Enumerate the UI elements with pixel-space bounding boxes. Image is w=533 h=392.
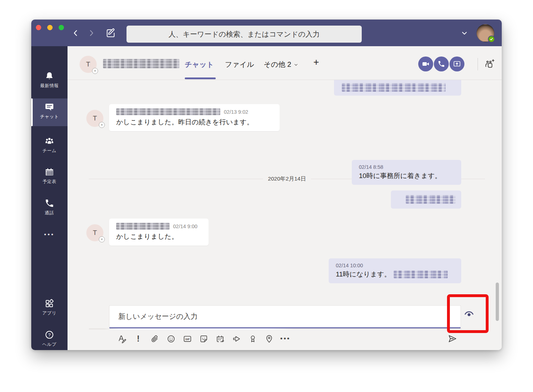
teams-window: 人、キーワードの検索、またはコマンドの入力 最新情報 チャット <box>31 20 502 350</box>
emoji-button[interactable] <box>163 333 179 345</box>
active-tab-indicator <box>185 77 216 79</box>
compose-toolbar: ! GIF <box>114 333 294 345</box>
send-icon <box>447 334 457 344</box>
send-button[interactable] <box>445 333 460 345</box>
chevron-right-icon <box>87 29 96 37</box>
sidebar-label: ヘルプ <box>42 342 56 348</box>
message-list[interactable]: T × 02/13 9:02 かしこまりました。昨日の続きを行います。 2020… <box>68 80 502 297</box>
message-time: 02/14 8:58 <box>359 164 383 170</box>
sidebar-item-chat[interactable]: チャット <box>31 98 68 126</box>
message-bubble: 02/14 10:00 11時になります。 <box>329 258 461 283</box>
svg-text:?: ? <box>48 332 50 338</box>
contact-avatar[interactable]: T × <box>86 110 103 127</box>
schedule-meeting-button[interactable] <box>212 333 228 345</box>
add-tab-button[interactable]: + <box>313 57 319 68</box>
message-input-placeholder: 新しいメッセージの入力 <box>118 312 198 321</box>
sender-name-redacted <box>116 223 169 230</box>
praise-button[interactable] <box>244 333 261 345</box>
sidebar-label: チーム <box>42 148 56 154</box>
sidebar-label: チャット <box>40 114 59 120</box>
phone-icon <box>44 198 54 208</box>
tab-files[interactable]: ファイル <box>225 60 254 69</box>
sidebar-item-calendar[interactable]: 予定表 <box>31 163 68 185</box>
message-time: 02/14 10:00 <box>336 263 363 268</box>
sidebar-item-teams[interactable]: チーム <box>31 133 68 154</box>
redacted-text <box>394 270 448 278</box>
emoji-icon <box>167 334 176 343</box>
macos-close-button[interactable] <box>36 25 41 30</box>
chevron-left-icon <box>71 29 80 37</box>
chat-scrollbar[interactable] <box>496 283 499 321</box>
chat-main: T × チャット ファイル その他 2 + <box>68 46 502 350</box>
audio-call-button[interactable] <box>434 57 449 71</box>
message-input[interactable]: 新しいメッセージの入力 <box>109 305 461 328</box>
message-bubble-redacted <box>334 80 461 96</box>
sender-name-redacted <box>116 108 220 115</box>
sidebar-item-apps[interactable]: アプリ <box>31 295 68 316</box>
screen-share-button[interactable] <box>449 57 464 71</box>
macos-minimize-button[interactable] <box>47 25 53 30</box>
app-rail: 最新情報 チャット チーム <box>31 46 68 350</box>
apps-icon <box>44 299 54 308</box>
message-text: かしこまりました。昨日の続きを行います。 <box>116 118 273 127</box>
check-icon <box>490 37 493 41</box>
blocked-status-icon: × <box>99 236 105 242</box>
sidebar-label: 最新情報 <box>40 83 59 89</box>
svg-text:GIF: GIF <box>185 338 190 341</box>
help-icon: ? <box>44 330 54 340</box>
more-options-button[interactable]: ••• <box>277 333 294 345</box>
chat-header: T × チャット ファイル その他 2 + <box>68 46 502 80</box>
location-button[interactable] <box>261 333 277 345</box>
attach-button[interactable] <box>146 333 163 345</box>
giphy-button[interactable]: GIF <box>179 333 195 345</box>
macos-zoom-button[interactable] <box>59 25 64 30</box>
sidebar-item-calls[interactable]: 通話 <box>31 195 68 216</box>
sidebar-label: アプリ <box>42 310 56 316</box>
user-avatar[interactable] <box>477 24 494 42</box>
ellipsis-icon: ••• <box>280 335 291 343</box>
phone-icon <box>437 60 445 68</box>
contact-avatar[interactable]: T × <box>86 224 103 241</box>
blocked-status-icon: × <box>92 68 98 74</box>
avatar-initial: T <box>86 60 90 68</box>
sticker-button[interactable] <box>195 333 212 345</box>
contact-name-redacted <box>103 59 179 68</box>
back-button[interactable] <box>71 29 80 37</box>
add-participants-button[interactable] <box>484 59 495 69</box>
message-text: かしこまりました。 <box>116 232 201 241</box>
search-input[interactable]: 人、キーワードの検索、またはコマンドの入力 <box>126 26 362 43</box>
location-pin-icon <box>265 334 274 343</box>
tab-more[interactable]: その他 2 <box>264 60 298 69</box>
ellipsis-icon: ••• <box>44 231 55 238</box>
message-bubble: 02/14 9:00 かしこまりました。 <box>109 219 209 246</box>
message-time: 02/13 9:02 <box>224 109 248 115</box>
profile-menu-button[interactable] <box>461 29 468 37</box>
paperclip-icon <box>150 334 159 343</box>
forward-button[interactable] <box>87 29 96 37</box>
bell-icon <box>44 71 54 81</box>
message-bubble: 02/13 9:02 かしこまりました。昨日の続きを行います。 <box>109 104 280 131</box>
message-text: 10時に事務所に着きます。 <box>359 171 454 181</box>
compose-divider <box>89 328 462 329</box>
gif-icon: GIF <box>183 334 192 343</box>
message-text: 11時になります。 <box>336 270 391 279</box>
calendar-plus-icon <box>216 334 225 343</box>
sidebar-item-activity[interactable]: 最新情報 <box>31 68 68 89</box>
redacted-text <box>406 195 456 204</box>
add-people-icon <box>484 59 495 69</box>
title-bar: 人、キーワードの検索、またはコマンドの入力 <box>31 20 502 46</box>
delivery-options-button[interactable]: ! <box>130 333 146 345</box>
format-button[interactable] <box>114 333 130 345</box>
search-placeholder: 人、キーワードの検索、またはコマンドの入力 <box>168 29 320 39</box>
video-call-button[interactable] <box>418 57 433 71</box>
new-chat-button[interactable] <box>106 28 116 38</box>
chat-icon <box>44 102 54 112</box>
tab-chat[interactable]: チャット <box>185 60 214 69</box>
sidebar-item-help[interactable]: ? ヘルプ <box>31 326 68 348</box>
header-divider <box>478 58 478 70</box>
contact-avatar[interactable]: T × <box>80 56 97 73</box>
sidebar-more-button[interactable]: ••• <box>31 231 68 238</box>
stream-button[interactable] <box>228 333 244 345</box>
blocked-status-icon: × <box>99 122 105 128</box>
importance-icon: ! <box>137 334 140 344</box>
